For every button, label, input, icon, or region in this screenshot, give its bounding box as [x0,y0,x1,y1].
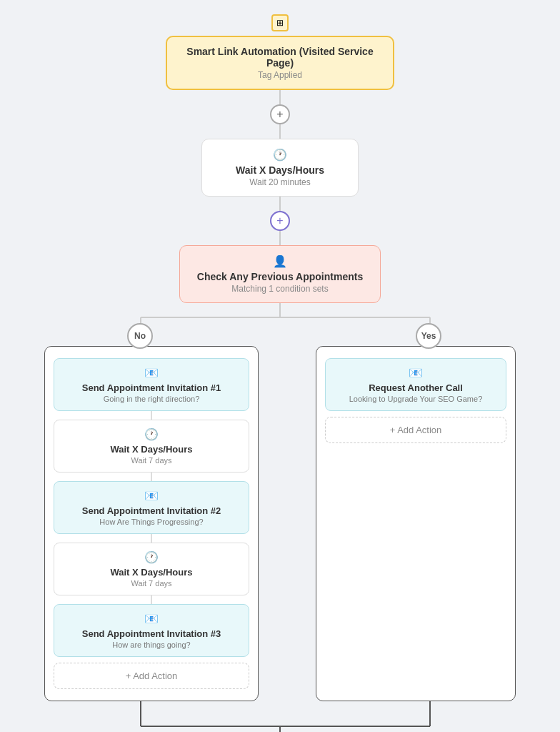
email-card-2[interactable]: 📧 Send Appointment Invitation #2 How Are… [54,481,249,534]
workflow-canvas: ⊞ Smart Link Automation (Visited Service… [0,0,560,732]
email-card-3[interactable]: 📧 Send Appointment Invitation #3 How are… [54,604,249,657]
email-sub-right-1: Looking to Upgrade Your SEO Game? [336,395,496,403]
spacer-1 [151,411,152,420]
wait-sub-1: Wait 20 minutes [219,177,341,187]
connector-2 [279,124,281,139]
trigger-title: Smart Link Automation (Visited Service P… [184,46,376,69]
trigger-node[interactable]: Smart Link Automation (Visited Service P… [166,36,394,90]
add-action-left[interactable]: + Add Action [54,663,249,689]
email-sub-2: How Are Things Progressing? [64,518,239,526]
add-action-right[interactable]: + Add Action [325,417,506,443]
no-label: No [127,323,153,349]
email-title-3: Send Appointment Invitation #3 [64,628,239,639]
email-sub-1: Going in the right direction? [64,395,239,403]
condition-subtitle: Matching 1 condition sets [197,284,363,294]
branch-wait-icon-1: 🕐 [64,427,239,441]
trigger-section: ⊞ Smart Link Automation (Visited Service… [166,14,394,303]
connector-3 [279,197,281,211]
add-action-left-label: + Add Action [126,671,178,681]
email-sub-3: How are things going? [64,640,239,649]
branch-wait-title-2: Wait X Days/Hours [64,567,239,578]
branch-yes-box: 📧 Request Another Call Looking to Upgrad… [316,346,516,701]
add-button-1[interactable]: + [270,104,290,124]
connector-1 [279,90,281,104]
email-icon-right-1: 📧 [336,366,496,380]
email-card-1[interactable]: 📧 Send Appointment Invitation #1 Going i… [54,358,249,411]
branch-lines-top [30,303,530,346]
wait-icon-1: 🕐 [219,148,341,162]
branch-wait-1[interactable]: 🕐 Wait X Days/Hours Wait 7 days [54,420,249,473]
branch-no-box: 📧 Send Appointment Invitation #1 Going i… [44,346,259,701]
connector-4 [279,231,281,245]
branch-wait-icon-2: 🕐 [64,550,239,564]
trigger-icon: ⊞ [271,14,289,31]
branch-wait-sub-1: Wait 7 days [64,456,239,465]
email-icon-2: 📧 [64,489,239,503]
add-action-right-label: + Add Action [390,425,442,435]
condition-icon: 👤 [197,254,363,268]
condition-node[interactable]: 👤 Check Any Previous Appointments Matchi… [179,245,381,303]
add-button-2[interactable]: + [270,211,290,231]
email-title-right-1: Request Another Call [336,382,496,393]
spacer-2 [151,473,152,481]
email-icon-3: 📧 [64,612,239,625]
branch-lines-bottom [30,701,530,732]
yes-label: Yes [416,323,441,349]
email-title-1: Send Appointment Invitation #1 [64,382,239,393]
wait-title-1: Wait X Days/Hours [219,164,341,176]
branches-section: No Yes 📧 Send Appointment Invitation #1 … [30,303,530,732]
branch-wait-2[interactable]: 🕐 Wait X Days/Hours Wait 7 days [54,543,249,595]
trigger-subtitle: Tag Applied [184,70,376,80]
branch-wait-title-1: Wait X Days/Hours [64,444,239,455]
spacer-4 [151,595,152,604]
branch-boxes-row: 📧 Send Appointment Invitation #1 Going i… [30,346,530,701]
condition-title: Check Any Previous Appointments [197,271,363,282]
branch-wait-sub-2: Wait 7 days [64,579,239,588]
email-title-2: Send Appointment Invitation #2 [64,505,239,516]
email-icon-1: 📧 [64,366,239,380]
email-card-right-1[interactable]: 📧 Request Another Call Looking to Upgrad… [325,358,506,411]
spacer-3 [151,534,152,543]
wait-node-1[interactable]: 🕐 Wait X Days/Hours Wait 20 minutes [201,139,359,197]
